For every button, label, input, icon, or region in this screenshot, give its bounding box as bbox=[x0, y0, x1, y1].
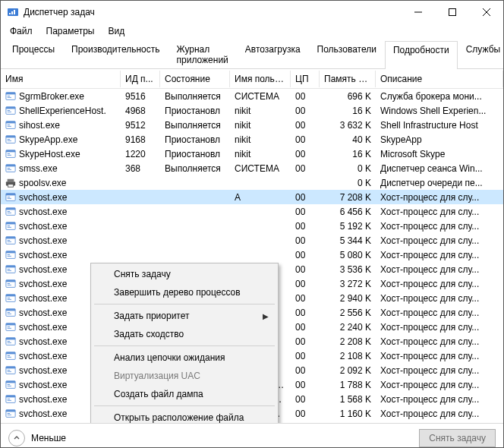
executable-icon bbox=[5, 380, 16, 390]
status-bar: Меньше Снять задачу bbox=[1, 423, 503, 448]
svg-rect-92 bbox=[6, 395, 15, 397]
table-row[interactable]: svchost.exe005 192 KХост-процесс для слу… bbox=[1, 219, 503, 233]
process-description: Microsoft Skype bbox=[376, 149, 503, 159]
maximize-button[interactable] bbox=[435, 1, 469, 24]
end-task-button[interactable]: Снять задачу bbox=[419, 429, 496, 447]
menu-file[interactable]: Файл bbox=[4, 24, 39, 38]
ctx-open-location[interactable]: Открыть расположение файла bbox=[93, 409, 276, 423]
process-name: svchost.exe bbox=[19, 308, 67, 318]
table-row[interactable]: svchost.exe006 456 KХост-процесс для слу… bbox=[1, 204, 503, 219]
svg-rect-9 bbox=[6, 92, 15, 94]
executable-icon bbox=[5, 365, 16, 376]
col-pid[interactable]: ИД п... bbox=[121, 71, 160, 87]
process-description: Хост-процесс для слу... bbox=[376, 365, 503, 376]
process-user: A bbox=[230, 192, 291, 203]
ctx-end-task[interactable]: Снять задачу bbox=[93, 265, 276, 283]
ctx-end-tree[interactable]: Завершить дерево процессов bbox=[93, 283, 276, 301]
process-name: svchost.exe bbox=[19, 293, 67, 304]
executable-icon bbox=[5, 322, 16, 333]
table-row[interactable]: smss.exe368ВыполняетсяСИСТЕМА000 KДиспет… bbox=[1, 161, 503, 175]
ctx-create-dump[interactable]: Создать файл дампа bbox=[93, 385, 276, 403]
tab-users[interactable]: Пользователи bbox=[309, 40, 385, 68]
menu-view[interactable]: Вид bbox=[102, 24, 131, 38]
ctx-separator bbox=[94, 345, 275, 346]
tab-services[interactable]: Службы bbox=[458, 40, 504, 68]
executable-icon bbox=[5, 394, 16, 405]
svg-rect-13 bbox=[6, 106, 15, 109]
col-cpu[interactable]: ЦП bbox=[291, 71, 320, 87]
tab-processes[interactable]: Процессы bbox=[4, 40, 63, 68]
process-pid: 9516 bbox=[121, 91, 160, 102]
table-row[interactable]: svchost.exe005 344 KХост-процесс для слу… bbox=[1, 233, 503, 248]
svg-rect-70 bbox=[8, 313, 11, 314]
window-title: Диспетчер задач bbox=[24, 7, 401, 17]
ctx-set-priority[interactable]: Задать приоритет ▶ bbox=[93, 307, 276, 325]
process-cpu: 00 bbox=[291, 149, 320, 159]
table-row[interactable]: SkypeHost.exe1220Приостановлnikit0016 KM… bbox=[1, 147, 503, 161]
col-desc[interactable]: Описание bbox=[376, 71, 503, 87]
col-mem[interactable]: Память (ч... bbox=[320, 71, 376, 87]
ctx-analyze-wait[interactable]: Анализ цепочки ожидания bbox=[93, 349, 276, 367]
close-button[interactable] bbox=[469, 1, 503, 24]
svg-rect-27 bbox=[8, 154, 11, 155]
col-state[interactable]: Состояние bbox=[160, 71, 230, 87]
menu-options[interactable]: Параметры bbox=[40, 24, 101, 38]
process-memory: 3 632 K bbox=[320, 120, 376, 131]
fewer-details[interactable]: Меньше bbox=[8, 430, 66, 446]
table-row[interactable]: SgrmBroker.exe9516ВыполняетсяСИСТЕМА0069… bbox=[1, 89, 503, 103]
table-row[interactable]: ShellExperienceHost.4968Приостановлnikit… bbox=[1, 103, 503, 118]
table-row[interactable]: svchost.exe005 080 KХост-процесс для слу… bbox=[1, 248, 503, 262]
process-name: svchost.exe bbox=[19, 235, 67, 246]
svg-rect-74 bbox=[8, 327, 11, 328]
svg-rect-93 bbox=[8, 399, 11, 399]
process-pid: 1220 bbox=[121, 149, 160, 159]
svg-rect-96 bbox=[6, 409, 15, 412]
ctx-separator bbox=[94, 405, 275, 406]
process-memory: 16 K bbox=[320, 149, 376, 159]
process-cpu: 00 bbox=[291, 394, 320, 405]
tab-details[interactable]: Подробности bbox=[385, 41, 458, 69]
process-cpu: 00 bbox=[291, 264, 320, 275]
process-memory: 2 092 K bbox=[320, 365, 376, 376]
process-name: svchost.exe bbox=[19, 264, 67, 275]
svg-rect-40 bbox=[6, 207, 15, 210]
executable-icon bbox=[5, 409, 16, 419]
process-pid: 368 bbox=[121, 163, 160, 174]
process-memory: 2 108 K bbox=[320, 351, 376, 361]
process-cpu: 00 bbox=[291, 163, 320, 174]
table-row[interactable]: svchost.exeA007 208 KХост-процесс для сл… bbox=[1, 190, 503, 204]
process-state: Выполняется bbox=[160, 120, 230, 131]
svg-rect-76 bbox=[6, 337, 15, 339]
tab-app-history[interactable]: Журнал приложений bbox=[169, 40, 237, 68]
col-name[interactable]: Имя bbox=[1, 71, 121, 87]
svg-rect-98 bbox=[8, 414, 11, 415]
process-cpu: 00 bbox=[291, 351, 320, 361]
svg-rect-85 bbox=[8, 370, 11, 371]
table-row[interactable]: sihost.exe9512Выполняетсяnikit003 632 KS… bbox=[1, 118, 503, 132]
process-cpu: 00 bbox=[291, 279, 320, 289]
context-menu: Снять задачу Завершить дерево процессов … bbox=[90, 263, 279, 423]
process-description: Хост-процесс для слу... bbox=[376, 394, 503, 405]
process-memory: 5 080 K bbox=[320, 250, 376, 260]
ctx-set-priority-label: Задать приоритет bbox=[114, 311, 189, 321]
executable-icon bbox=[5, 351, 16, 361]
process-state: Выполняется bbox=[160, 91, 230, 102]
process-name: SgrmBroker.exe bbox=[19, 91, 84, 102]
process-cpu: 00 bbox=[291, 322, 320, 333]
process-description: Хост-процесс для слу... bbox=[376, 351, 503, 361]
tab-startup[interactable]: Автозагрузка bbox=[237, 40, 309, 68]
printer-icon bbox=[5, 178, 16, 188]
minimize-button[interactable] bbox=[401, 1, 435, 24]
col-user[interactable]: Имя польз... bbox=[230, 71, 291, 87]
process-name: svchost.exe bbox=[19, 250, 67, 260]
process-state: Приостановл bbox=[160, 106, 230, 116]
svg-rect-23 bbox=[8, 140, 11, 140]
table-row[interactable]: spoolsv.exe0 KДиспетчер очереди пе... bbox=[1, 175, 503, 190]
process-pid: 9512 bbox=[121, 120, 160, 131]
svg-rect-64 bbox=[6, 294, 15, 296]
svg-rect-90 bbox=[8, 385, 11, 386]
table-row[interactable]: SkypeApp.exe9168Приостановлnikit0040 KSk… bbox=[1, 132, 503, 147]
ctx-set-affinity[interactable]: Задать сходство bbox=[93, 325, 276, 343]
svg-rect-73 bbox=[8, 327, 11, 327]
tab-performance[interactable]: Производительность bbox=[63, 40, 168, 68]
